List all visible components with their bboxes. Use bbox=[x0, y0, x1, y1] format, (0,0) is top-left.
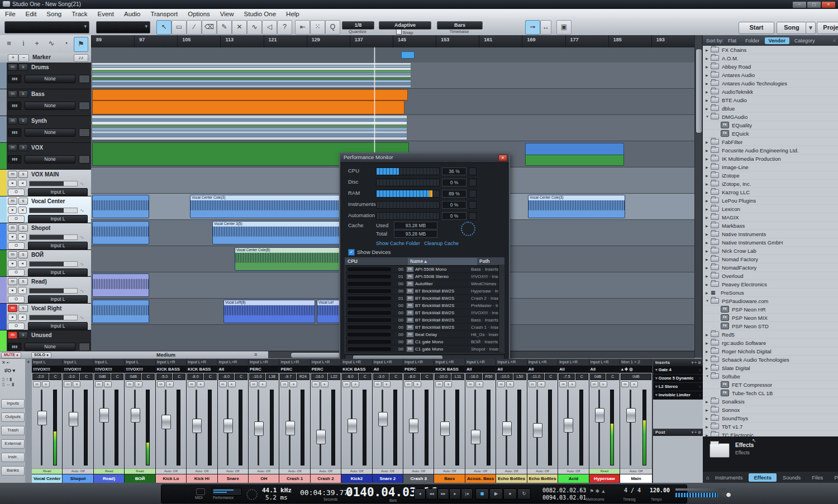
track-header-bass[interactable]: msBass▮▮▮None bbox=[7, 89, 91, 116]
track-scroll-icon[interactable]: ↔ bbox=[540, 20, 551, 35]
home-icon[interactable]: ⌂ bbox=[706, 474, 710, 481]
channel-mute-button[interactable]: m bbox=[64, 381, 72, 387]
browser-item-a-o-m[interactable]: ▶A.O.M. bbox=[703, 54, 838, 63]
mixer-channel-crash-3[interactable]: Input L+RPERC-8.0CmsAuto: OffCrash 3 bbox=[403, 359, 434, 483]
record-arm-button[interactable]: ● bbox=[8, 180, 17, 187]
channel-gain-value[interactable]: -9.7 bbox=[280, 373, 296, 380]
channel-input-label[interactable]: Input L+R bbox=[218, 359, 248, 366]
channel-solo-button[interactable]: s bbox=[321, 381, 328, 387]
browser-tab-pool[interactable]: Pool bbox=[829, 473, 838, 482]
expand-arrow-icon[interactable]: ▶ bbox=[706, 90, 711, 94]
output-button[interactable]: O bbox=[8, 323, 25, 330]
device-row-bt-brickwall-bw2s[interactable]: 00FXBT BrickWall BW2SBass · Inserts · 6 … bbox=[345, 316, 504, 324]
loop-button[interactable]: ↻ bbox=[517, 488, 531, 500]
channel-fader[interactable] bbox=[196, 390, 197, 465]
channel-fader-handle[interactable] bbox=[409, 419, 418, 433]
remove-marker-button[interactable]: − bbox=[18, 54, 29, 62]
channel-gain-value[interactable]: -10.0 bbox=[497, 373, 513, 380]
channel-gain-value[interactable]: -16.0 bbox=[466, 373, 482, 380]
channel-automation-mode[interactable]: Auto: Off bbox=[311, 468, 341, 474]
channel-automation-mode[interactable]: Auto: Off bbox=[434, 468, 464, 474]
expand-arrow-icon[interactable]: ▶ bbox=[706, 333, 711, 337]
menu-audio[interactable]: Audio bbox=[119, 11, 145, 17]
meter-icon[interactable]: ▮▮▮ bbox=[8, 102, 21, 110]
channel-bus-label[interactable]: All bbox=[218, 366, 248, 373]
sort-mode-flat[interactable]: Flat bbox=[724, 37, 740, 44]
mixer-channel-kick-hi[interactable]: Input L+RKICK BASS-8.0CmsAuto: OffKick H… bbox=[187, 359, 217, 483]
sort-mode-folder[interactable]: Folder bbox=[741, 37, 764, 44]
folder-icon[interactable] bbox=[79, 75, 90, 83]
insert-invisible-limiter[interactable]: Invisible Limiter bbox=[653, 391, 703, 400]
channel-name[interactable]: Acid bbox=[558, 474, 588, 483]
browser-tab-files[interactable]: Files bbox=[807, 473, 828, 482]
tempo-track-icon[interactable]: ◔ bbox=[59, 37, 73, 51]
channel-name[interactable]: Shopot bbox=[63, 474, 93, 483]
snap-mode-value[interactable]: Adaptive bbox=[379, 21, 431, 30]
mixer-external-button[interactable]: External bbox=[1, 439, 25, 449]
folder-icon[interactable] bbox=[79, 102, 90, 110]
channel-gain-value[interactable]: -3.0 bbox=[373, 373, 389, 380]
browser-item-audioteknikk[interactable]: ▶AudioTeknikk bbox=[703, 88, 838, 96]
channel-name[interactable]: Kick Lo bbox=[156, 474, 186, 483]
channel-gain-value[interactable]: -8.0 bbox=[218, 373, 235, 380]
browser-item-pspaudioware-com[interactable]: ▼PSPaudioware.com bbox=[703, 297, 838, 305]
channel-fader[interactable] bbox=[567, 390, 569, 465]
table-vertical-scrollbar[interactable] bbox=[498, 265, 504, 352]
collapse-arrow-icon[interactable]: ▼ bbox=[706, 115, 711, 118]
master-volume-slider[interactable] bbox=[675, 488, 726, 491]
channel-fader-handle[interactable] bbox=[192, 419, 202, 433]
seconds-display[interactable]: 00:04:39.770 bbox=[300, 488, 353, 497]
audio-clip[interactable]: Vocal Left(8) bbox=[223, 300, 315, 323]
channel-fader[interactable] bbox=[474, 390, 476, 465]
channel-fader-handle[interactable] bbox=[69, 412, 78, 426]
channel-input-label[interactable]: Input L+R bbox=[311, 359, 341, 366]
help-icon[interactable]: ? bbox=[277, 20, 292, 35]
channel-fader[interactable] bbox=[320, 390, 321, 465]
channel-automation-mode[interactable]: Auto: Off bbox=[403, 468, 434, 474]
channel-name[interactable]: Acous. Bass bbox=[465, 474, 496, 483]
channel-mute-button[interactable]: m bbox=[280, 381, 288, 387]
expand-arrow-icon[interactable]: ▶ bbox=[706, 249, 711, 253]
save-icon[interactable]: ▣ bbox=[556, 20, 572, 35]
channel-pan-value[interactable]: C bbox=[49, 373, 62, 380]
browser-item-fet-compressor[interactable]: FXFET Compressor bbox=[703, 381, 838, 389]
channel-fader[interactable] bbox=[289, 390, 291, 465]
device-row-c1-gate-mono[interactable]: 00FXC1 gate MonoShopot · Inserts · 1 bbox=[345, 345, 504, 353]
channel-input-label[interactable]: Input L+R bbox=[341, 359, 372, 366]
tempo-value[interactable]: 120.00 bbox=[650, 487, 670, 493]
menu-transport[interactable]: Transport bbox=[145, 11, 183, 17]
channel-pan-value[interactable]: C bbox=[142, 373, 155, 380]
channel-pan-value[interactable]: L38 bbox=[266, 373, 279, 380]
menu-options[interactable]: Options bbox=[183, 11, 215, 17]
browser-item-presonus[interactable]: ▶▦PreSonus bbox=[703, 289, 838, 297]
mixer-channel-acous-bass[interactable]: Input L+RAll-16.0R50msAuto: OffAcous. Ba… bbox=[465, 359, 496, 483]
inserts-header[interactable]: Inserts bbox=[653, 359, 703, 366]
browser-item-fx-chains[interactable]: ▶FX Chains bbox=[703, 46, 838, 54]
browser-item-lepou-plugins[interactable]: ▶LePou Plugins bbox=[703, 196, 838, 205]
channel-name[interactable]: Read) bbox=[94, 474, 124, 483]
channel-input-label[interactable]: Input L+R bbox=[465, 359, 496, 366]
channel-name[interactable]: Bass bbox=[434, 474, 464, 483]
audio-clip[interactable] bbox=[92, 100, 404, 114]
channel-mute-button[interactable]: m bbox=[497, 381, 505, 387]
io-selector[interactable]: I/O ▾ bbox=[4, 368, 15, 373]
collapse-arrow-icon[interactable]: ▼ bbox=[706, 299, 711, 303]
channel-fader[interactable] bbox=[258, 390, 259, 465]
audio-clip[interactable]: Vocal Center 3(5) bbox=[212, 221, 360, 244]
mixer-channel-bass[interactable]: Input L+RKICK BASS-10.0L11msAuto: OffBas… bbox=[434, 359, 465, 483]
channel-solo-button[interactable]: s bbox=[599, 381, 607, 387]
sort-mode-vendor[interactable]: Vendor bbox=[765, 37, 790, 44]
track-header-vox[interactable]: msVOX▮▮▮None bbox=[7, 143, 91, 170]
mixer-close-icon[interactable]: ✕ ▪▫ bbox=[2, 360, 10, 365]
track-mute-button[interactable]: m bbox=[8, 117, 17, 124]
audio-clip[interactable] bbox=[525, 155, 624, 166]
channel-input-label[interactable]: Input L bbox=[32, 359, 62, 366]
track-io-selector[interactable]: Input L bbox=[28, 188, 88, 196]
expand-arrow-icon[interactable]: ▶ bbox=[706, 207, 711, 211]
insert-gate-4[interactable]: Gate 4 bbox=[653, 366, 703, 375]
track-header-drums[interactable]: msDrums▮▮▮None bbox=[7, 63, 91, 89]
device-row-bt-brickwall-bw2s[interactable]: 00FXBT BrickWall BW2S!!!VOX!!! · Inserts… bbox=[345, 309, 504, 316]
channel-gain-value[interactable]: 0dB bbox=[94, 373, 111, 380]
channel-gain-value[interactable]: -11.0 bbox=[528, 373, 544, 380]
channel-bus-label[interactable]: PERC bbox=[311, 366, 341, 373]
